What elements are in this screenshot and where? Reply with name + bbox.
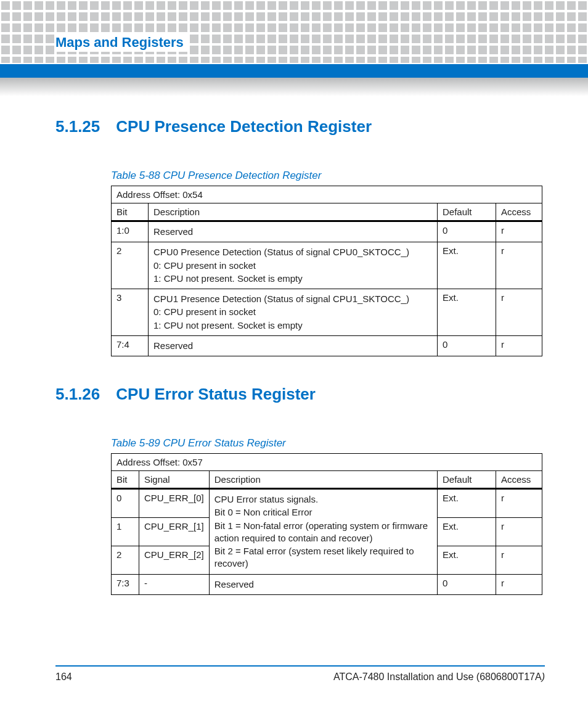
address-offset-cell: Address Offset: 0x57 xyxy=(112,454,542,471)
cell-bit: 1:0 xyxy=(112,221,149,242)
header-pattern xyxy=(0,0,588,63)
section-title: CPU Error Status Register xyxy=(116,385,316,404)
table-row-address-offset: Address Offset: 0x54 xyxy=(112,186,542,203)
cell-bit: 2 xyxy=(112,242,149,289)
cell-default: Ext. xyxy=(438,518,496,546)
cell-desc: CPU0 Presence Detection (Status of signa… xyxy=(149,242,438,289)
cell-access: r xyxy=(496,489,542,518)
cell-desc-shared: CPU Error status signals.Bit 0 = Non cri… xyxy=(209,489,437,575)
cell-bit: 3 xyxy=(112,289,149,336)
cell-access: r xyxy=(496,574,542,594)
col-header-access: Access xyxy=(496,471,542,489)
col-header-signal: Signal xyxy=(139,471,210,489)
table-row: 7:3 - Reserved 0 r xyxy=(112,574,542,594)
cell-access: r xyxy=(496,221,542,242)
table-row: 7:4 Reserved 0 r xyxy=(112,335,542,356)
section-heading-5-1-26: 5.1.26 CPU Error Status Register xyxy=(55,385,545,404)
cell-desc: Reserved xyxy=(149,221,438,242)
cell-default: Ext. xyxy=(438,546,496,574)
col-header-bit: Bit xyxy=(112,471,139,489)
cell-access: r xyxy=(496,546,542,574)
chapter-title: Maps and Registers xyxy=(55,35,184,50)
section-title: CPU Presence Detection Register xyxy=(116,117,372,136)
header-gradient-bar xyxy=(0,78,588,96)
cell-signal: CPU_ERR_[0] xyxy=(139,489,210,518)
cell-default: Ext. xyxy=(438,289,496,336)
cell-default: 0 xyxy=(438,574,496,594)
col-header-bit: Bit xyxy=(112,203,149,221)
cell-access: r xyxy=(496,289,542,336)
page-header-title: Maps and Registers xyxy=(55,35,190,52)
cell-signal: CPU_ERR_[1] xyxy=(139,518,210,546)
col-header-description: Description xyxy=(209,471,437,489)
col-header-access: Access xyxy=(496,203,542,221)
cell-bit: 1 xyxy=(112,518,139,546)
cell-desc: CPU1 Presence Detection (Status of signa… xyxy=(149,289,438,336)
col-header-description: Description xyxy=(149,203,438,221)
cell-default: Ext. xyxy=(438,489,496,518)
table-row: 0 CPU_ERR_[0] CPU Error status signals.B… xyxy=(112,489,542,518)
table-header-row: Bit Description Default Access xyxy=(112,203,542,221)
cell-bit: 2 xyxy=(112,546,139,574)
cell-access: r xyxy=(496,518,542,546)
table-row: 3 CPU1 Presence Detection (Status of sig… xyxy=(112,289,542,336)
header-blue-bar xyxy=(0,64,588,78)
col-header-default: Default xyxy=(438,471,496,489)
doc-reference: ATCA-7480 Installation and Use (6806800T… xyxy=(333,671,545,683)
cell-access: r xyxy=(496,242,542,289)
table-row: 2 CPU0 Presence Detection (Status of sig… xyxy=(112,242,542,289)
cell-default: 0 xyxy=(438,221,496,242)
table-caption-5-89: Table 5-89 CPU Error Status Register xyxy=(111,437,545,449)
table-caption-5-88: Table 5-88 CPU Presence Detection Regist… xyxy=(111,170,545,182)
page-number: 164 xyxy=(55,671,72,683)
section-number: 5.1.25 xyxy=(55,117,100,136)
cell-default: 0 xyxy=(438,335,496,356)
cell-desc: Reserved xyxy=(149,335,438,356)
page-content: 5.1.25 CPU Presence Detection Register T… xyxy=(55,111,545,595)
table-5-89: Address Offset: 0x57 Bit Signal Descript… xyxy=(111,453,542,595)
cell-bit: 7:4 xyxy=(112,335,149,356)
cell-access: r xyxy=(496,335,542,356)
page-footer: 164 ATCA-7480 Installation and Use (6806… xyxy=(55,665,545,683)
address-offset-cell: Address Offset: 0x54 xyxy=(112,186,542,203)
cell-bit: 0 xyxy=(112,489,139,518)
cell-default: Ext. xyxy=(438,242,496,289)
section-number: 5.1.26 xyxy=(55,385,100,404)
col-header-default: Default xyxy=(438,203,496,221)
cell-signal: - xyxy=(139,574,210,594)
cell-signal: CPU_ERR_[2] xyxy=(139,546,210,574)
table-5-88: Address Offset: 0x54 Bit Description Def… xyxy=(111,186,542,356)
table-row-address-offset: Address Offset: 0x57 xyxy=(112,454,542,471)
table-header-row: Bit Signal Description Default Access xyxy=(112,471,542,489)
table-row: 1:0 Reserved 0 r xyxy=(112,221,542,242)
cell-desc: Reserved xyxy=(209,574,437,594)
section-heading-5-1-25: 5.1.25 CPU Presence Detection Register xyxy=(55,117,545,136)
cell-bit: 7:3 xyxy=(112,574,139,594)
